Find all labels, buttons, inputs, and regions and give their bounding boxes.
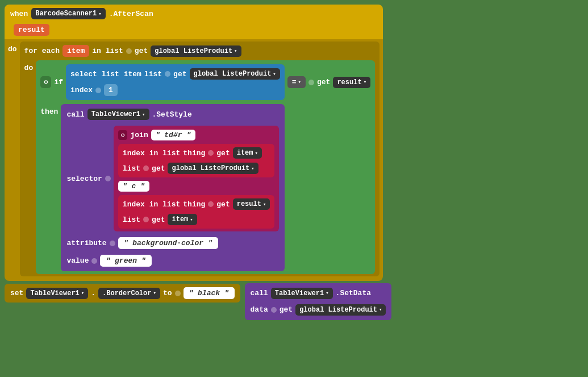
global-dropdown3[interactable]: global ListeProduit ▾ [168, 163, 258, 174]
attribute-label: attribute [66, 239, 106, 247]
index-in-list-2: index in list thing get result ▾ [118, 195, 274, 229]
list-label2: list [123, 164, 140, 173]
if-label: if [54, 78, 63, 86]
td-string: " td#r " [151, 130, 195, 140]
select-list-row1: select list item list get global ListePr… [70, 67, 280, 81]
connector [126, 48, 132, 54]
select-list-label: select list item [70, 70, 141, 78]
index-thing-row: index in list thing get item ▾ [123, 146, 270, 160]
index2-thing-row: index in list thing get result ▾ [123, 197, 270, 211]
when-block: when BarcodeScanner1 ▾ .AfterScan [5, 5, 383, 23]
global-listeproduit-dropdown2[interactable]: global ListeProduit ▾ [190, 68, 280, 80]
gear-icon: ⚙ [44, 78, 48, 86]
do-foreach-block: do for each item in list get global List… [5, 39, 383, 281]
index-label: index [70, 86, 93, 94]
c-string: " c " [118, 181, 149, 192]
get-label: get [135, 47, 148, 55]
tableviewer-dropdown2[interactable]: TableViewer1 ▾ [26, 288, 88, 299]
get-item-label: get [216, 149, 230, 158]
item-dropdown2[interactable]: item ▾ [168, 214, 197, 225]
setdata-method-label: .SetData [336, 289, 371, 297]
connector [175, 291, 181, 296]
call-label: call [66, 110, 84, 119]
param-row: result [5, 23, 383, 39]
selector-row: selector ⚙ [66, 125, 279, 233]
get-label4: get [280, 305, 293, 314]
item-dropdown1[interactable]: item ▾ [233, 147, 262, 159]
canvas: when BarcodeScanner1 ▾ .AfterScan result… [0, 0, 588, 377]
value-label: value [66, 256, 89, 265]
index2-list-row: list get item ▾ [123, 213, 270, 226]
foreach-do-label: do [24, 64, 34, 72]
index-in-list-1: index in list thing get item ▾ [118, 144, 274, 177]
get-result-label: get [216, 200, 230, 209]
result-param: result [14, 24, 49, 36]
call-setdata-block: call TableViewer1 ▾ .SetData data get gl… [245, 283, 392, 320]
index-list-row: list get global ListeProduit ▾ [123, 161, 270, 175]
connector [91, 258, 97, 264]
data-row: data get global ListeProduit ▾ [251, 303, 386, 317]
connector [165, 71, 170, 77]
barcode-scanner-dropdown[interactable]: BarcodeScanner1 ▾ [31, 8, 105, 19]
then-label: then [40, 107, 58, 116]
border-color-dropdown[interactable]: .BorderColor ▾ [98, 288, 160, 299]
get-label3: get [317, 78, 330, 86]
tableviewer-dropdown[interactable]: TableViewer1 ▾ [87, 109, 149, 120]
connector [308, 80, 314, 85]
value-value: " green " [100, 255, 151, 267]
select-list-item-block: select list item list get global ListePr… [66, 64, 285, 100]
call-setstyle-block: call TableViewer1 ▾ .SetStyle sele [61, 104, 285, 271]
data-label: data [251, 305, 268, 314]
join-block: ⚙ join " td#r " [114, 126, 279, 231]
connector [271, 307, 277, 313]
join-gear[interactable]: ⚙ [118, 130, 128, 140]
result-dropdown[interactable]: result ▾ [333, 77, 370, 88]
index-in-list-label2: index in list [123, 200, 180, 209]
to-label: to [163, 289, 172, 297]
gear-block[interactable]: ⚙ [40, 76, 51, 88]
do-label: do [8, 45, 17, 53]
global-dropdown4[interactable]: global ListeProduit ▾ [295, 304, 386, 316]
connector [95, 88, 101, 93]
call-setdata-row: call TableViewer1 ▾ .SetData [251, 287, 386, 300]
call-row: call TableViewer1 ▾ .SetStyle [66, 107, 279, 121]
connector [208, 201, 214, 207]
join-header: ⚙ join " td#r " [118, 129, 274, 142]
equals-block[interactable]: = ▾ [287, 76, 306, 88]
set-border-block: set TableViewer1 ▾ . .BorderColor ▾ to "… [5, 284, 240, 303]
call-label2: call [251, 289, 268, 297]
when-label: when [10, 10, 28, 18]
get-label2: get [173, 70, 186, 78]
if-row: ⚙ if select list item list get [40, 63, 370, 101]
foreach-label: for each [24, 47, 60, 55]
gear-icon2: ⚙ [121, 131, 125, 139]
attribute-row: attribute " background-color " [66, 236, 279, 250]
list-label: list [144, 70, 162, 78]
connector [143, 165, 149, 171]
foreach-block: for each item in list get global ListePr… [20, 42, 380, 276]
method-label: .SetStyle [152, 110, 192, 119]
get-global-label: get [152, 164, 165, 173]
in-list-label: in list [92, 47, 123, 55]
index-in-list-label1: index in list [123, 149, 180, 158]
thing-label1: thing [183, 149, 205, 158]
c-string-row: " c " [118, 180, 274, 193]
if-block: ⚙ if select list item list get [36, 60, 375, 274]
set-label: set [10, 289, 23, 297]
selector-label: selector [66, 175, 102, 183]
thing-label2: thing [183, 200, 205, 209]
event-label: .AfterScan [109, 10, 153, 18]
black-string: " black " [184, 287, 235, 299]
attribute-value: " background-color " [118, 237, 218, 249]
value-row: value " green " [66, 254, 279, 268]
then-row: then call TableViewer1 ▾ [40, 104, 370, 271]
result-dropdown2[interactable]: result ▾ [233, 198, 270, 210]
get-item-label2: get [152, 216, 165, 224]
connector [110, 241, 115, 246]
select-list-row2: index 1 [70, 83, 280, 97]
tableviewer-dropdown3[interactable]: TableViewer1 ▾ [271, 288, 333, 299]
foreach-do-row: do ⚙ if select list item [24, 60, 375, 274]
join-label: join [130, 131, 148, 139]
connector [105, 176, 111, 181]
global-liste-dropdown[interactable]: global ListeProduit ▾ [151, 45, 241, 57]
